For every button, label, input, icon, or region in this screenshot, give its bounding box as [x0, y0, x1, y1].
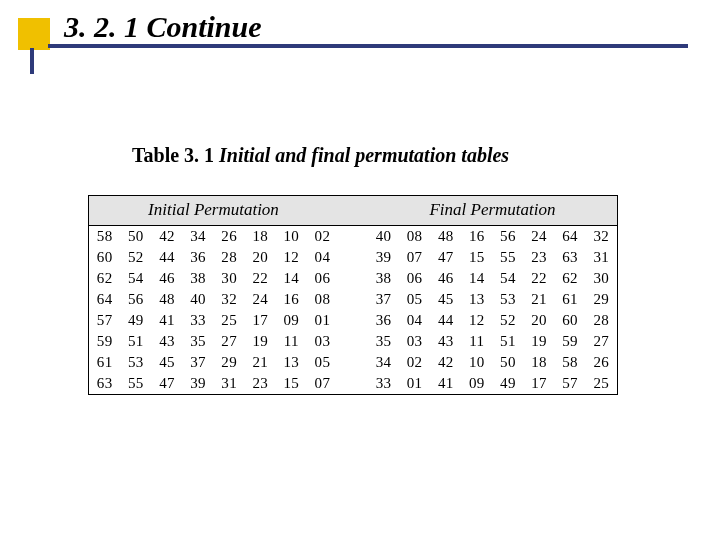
table-cell: 37	[183, 352, 214, 373]
table-gap-cell	[338, 352, 368, 373]
table-cell: 24	[523, 226, 554, 248]
table-cell: 02	[307, 226, 338, 248]
table-cell: 21	[523, 289, 554, 310]
table-cell: 10	[276, 226, 307, 248]
table-cell: 46	[151, 268, 182, 289]
slide-heading: 3. 2. 1 Continue	[64, 10, 262, 44]
table-gap-cell	[338, 373, 368, 395]
table-cell: 56	[492, 226, 523, 248]
table-cell: 55	[492, 247, 523, 268]
table-cell: 13	[276, 352, 307, 373]
table-cell: 63	[89, 373, 121, 395]
table-cell: 04	[307, 247, 338, 268]
table-cell: 23	[245, 373, 276, 395]
table-cell: 27	[214, 331, 245, 352]
table-cell: 07	[399, 247, 430, 268]
table-cell: 62	[555, 268, 586, 289]
table-cell: 11	[461, 331, 492, 352]
table-row: 59514335271911033503431151195927	[89, 331, 618, 352]
table-cell: 22	[523, 268, 554, 289]
table-cell: 59	[89, 331, 121, 352]
table-cell: 30	[586, 268, 618, 289]
permutation-table: Initial Permutation Final Permutation 58…	[88, 195, 618, 395]
table-cell: 41	[151, 310, 182, 331]
table-cell: 58	[555, 352, 586, 373]
table-cell: 28	[214, 247, 245, 268]
table-cell: 02	[399, 352, 430, 373]
table-cell: 44	[151, 247, 182, 268]
table-cell: 42	[151, 226, 182, 248]
table-cell: 13	[461, 289, 492, 310]
table-cell: 39	[368, 247, 399, 268]
table-cell: 34	[183, 226, 214, 248]
table-cell: 09	[461, 373, 492, 395]
table-cell: 08	[307, 289, 338, 310]
accent-rule-vertical	[30, 48, 34, 74]
table-cell: 50	[120, 226, 151, 248]
table-cell: 63	[555, 247, 586, 268]
table-cell: 07	[307, 373, 338, 395]
table-cell: 32	[214, 289, 245, 310]
table-cell: 26	[586, 352, 618, 373]
table-cell: 06	[399, 268, 430, 289]
table-cell: 54	[120, 268, 151, 289]
table-cell: 38	[368, 268, 399, 289]
table-cell: 21	[245, 352, 276, 373]
table-cell: 45	[151, 352, 182, 373]
table-cell: 51	[492, 331, 523, 352]
table-row: 57494133251709013604441252206028	[89, 310, 618, 331]
table-cell: 16	[276, 289, 307, 310]
table-gap-cell	[338, 226, 368, 248]
table-cell: 30	[214, 268, 245, 289]
table-cell: 20	[523, 310, 554, 331]
table-cell: 53	[492, 289, 523, 310]
caption-lead: Table 3. 1	[132, 144, 214, 166]
table-row: 62544638302214063806461454226230	[89, 268, 618, 289]
table-cell: 05	[399, 289, 430, 310]
table-cell: 11	[276, 331, 307, 352]
table-cell: 29	[586, 289, 618, 310]
table-cell: 47	[430, 247, 461, 268]
table-cell: 48	[151, 289, 182, 310]
table-cell: 44	[430, 310, 461, 331]
table-cell: 03	[399, 331, 430, 352]
table-cell: 51	[120, 331, 151, 352]
table-cell: 25	[214, 310, 245, 331]
table-cell: 09	[276, 310, 307, 331]
table-cell: 64	[89, 289, 121, 310]
table-cell: 24	[245, 289, 276, 310]
table-cell: 14	[461, 268, 492, 289]
table-gap-cell	[338, 310, 368, 331]
table-gap-cell	[338, 289, 368, 310]
table-cell: 31	[214, 373, 245, 395]
table-cell: 39	[183, 373, 214, 395]
table-cell: 28	[586, 310, 618, 331]
table-cell: 12	[276, 247, 307, 268]
table-cell: 49	[492, 373, 523, 395]
table-cell: 23	[523, 247, 554, 268]
table-cell: 04	[399, 310, 430, 331]
table-cell: 18	[245, 226, 276, 248]
table-cell: 20	[245, 247, 276, 268]
table-cell: 36	[183, 247, 214, 268]
table-cell: 61	[555, 289, 586, 310]
table-cell: 10	[461, 352, 492, 373]
table-cell: 33	[368, 373, 399, 395]
table-cell: 52	[120, 247, 151, 268]
table-cell: 49	[120, 310, 151, 331]
table-row: 58504234261810024008481656246432	[89, 226, 618, 248]
table-cell: 40	[183, 289, 214, 310]
table-cell: 27	[586, 331, 618, 352]
table-cell: 35	[183, 331, 214, 352]
table-cell: 25	[586, 373, 618, 395]
table-cell: 12	[461, 310, 492, 331]
table-cell: 46	[430, 268, 461, 289]
table-cell: 36	[368, 310, 399, 331]
table-cell: 38	[183, 268, 214, 289]
table-cell: 43	[430, 331, 461, 352]
accent-square	[18, 18, 50, 50]
table-cell: 60	[555, 310, 586, 331]
table-cell: 34	[368, 352, 399, 373]
table-cell: 19	[523, 331, 554, 352]
table-cell: 31	[586, 247, 618, 268]
